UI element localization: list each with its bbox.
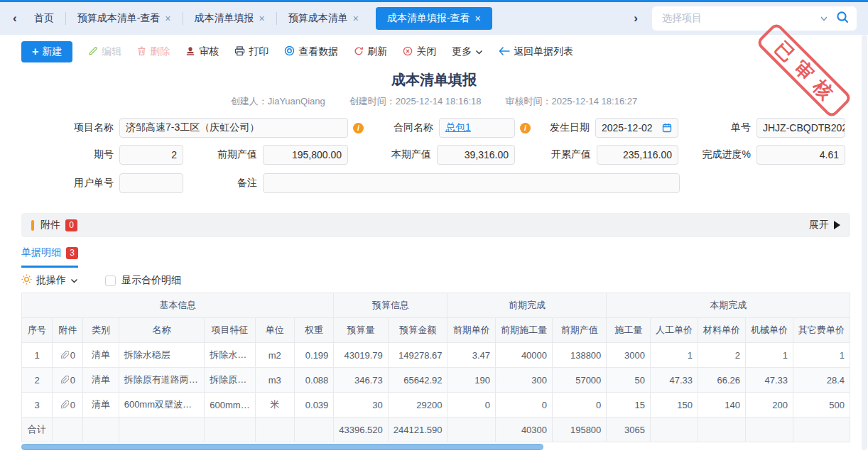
tab-1[interactable]: 预算成本清单-查看× bbox=[66, 2, 183, 35]
cell-dw: m3 bbox=[255, 368, 294, 393]
cell-qqcz: 57000 bbox=[553, 368, 607, 393]
more-button[interactable]: 更多 bbox=[452, 45, 483, 58]
delete-button[interactable]: 删除 bbox=[137, 45, 170, 58]
cell-qz: 0.199 bbox=[294, 343, 333, 368]
print-button-label: 打印 bbox=[249, 45, 268, 58]
view-data-button-label: 查看数据 bbox=[298, 45, 338, 58]
col-header-mc: 名称 bbox=[119, 318, 205, 343]
period-input[interactable]: 2 bbox=[119, 145, 183, 165]
group-header-budget: 预算信息 bbox=[334, 293, 447, 318]
cell-qqsgl: 40300 bbox=[496, 417, 553, 442]
doc-number-field: 单号 JHJZ-CBQDTB2025 bbox=[700, 118, 845, 138]
col-header-lb: 类别 bbox=[83, 318, 119, 343]
tab-close-icon[interactable]: × bbox=[475, 13, 481, 24]
cell-qz: 0.088 bbox=[294, 368, 333, 393]
attachment-count-badge: 0 bbox=[65, 219, 77, 231]
project-select[interactable]: 选择项目 bbox=[652, 6, 857, 31]
vertical-scrollbar-track[interactable] bbox=[862, 35, 867, 450]
detail-tab-label: 单据明细 bbox=[21, 246, 61, 259]
tab-label: 预算成本清单 bbox=[288, 12, 348, 25]
col-header-qqdj: 前期单价 bbox=[447, 318, 496, 343]
project-name-input[interactable]: 济邹高速7-3工区（庆虹公司） bbox=[119, 118, 348, 138]
refresh-button[interactable]: 刷新 bbox=[354, 45, 387, 58]
attachment-label: 附件 bbox=[40, 219, 60, 231]
view-data-button[interactable]: 查看数据 bbox=[284, 45, 338, 58]
cell-qqcz: 138800 bbox=[553, 343, 607, 368]
cell-qtfdj: 1 bbox=[793, 343, 850, 368]
tab-2[interactable]: 成本清单填报× bbox=[183, 2, 276, 35]
back-to-list-label: 返回单据列表 bbox=[514, 45, 573, 58]
remark-field: 备注 bbox=[181, 173, 680, 193]
close-button[interactable]: 关闭 bbox=[403, 45, 436, 58]
back-to-list-button[interactable]: 返回单据列表 bbox=[499, 45, 573, 58]
tabs-scroll-right-icon[interactable]: › bbox=[628, 11, 644, 26]
cell-qtfdj bbox=[793, 417, 850, 442]
tab-close-icon[interactable]: × bbox=[259, 13, 265, 24]
print-button[interactable]: 打印 bbox=[234, 45, 268, 58]
cell-qqdj bbox=[447, 417, 496, 442]
prev-output-input[interactable]: 195,800.00 bbox=[263, 145, 348, 165]
tab-close-icon[interactable]: × bbox=[353, 13, 359, 24]
col-header-qqcz: 前期产值 bbox=[553, 318, 607, 343]
cell-rgdj bbox=[650, 417, 698, 442]
gear-icon bbox=[21, 274, 32, 287]
audit-button[interactable]: 审核 bbox=[185, 45, 219, 58]
tab-0[interactable]: 首页 bbox=[23, 2, 65, 35]
contract-link[interactable]: 总包1 bbox=[445, 121, 471, 134]
tab-label: 预算成本清单-查看 bbox=[77, 12, 161, 25]
cell-qqsgl: 40000 bbox=[496, 343, 553, 368]
table-row-1[interactable]: 10清单拆除水稳层拆除水…m20.19943019.79149278.673.4… bbox=[22, 343, 850, 368]
total-row: 合计43396.520244121.590403001958003065 bbox=[22, 417, 850, 442]
tab-close-icon[interactable]: × bbox=[165, 13, 170, 24]
tabs-scroll-left-icon[interactable]: ‹ bbox=[7, 11, 23, 26]
col-header-qz: 权重 bbox=[294, 318, 333, 343]
table-row-3[interactable]: 30清单600mm双壁波…600mm…米0.039302920000015150… bbox=[22, 393, 850, 417]
cur-output-field: 本期产值 39,316.00 bbox=[355, 145, 515, 165]
back-arrow-icon bbox=[499, 46, 510, 58]
user-docno-input[interactable] bbox=[119, 173, 183, 193]
col-header-attach: 附件 bbox=[53, 318, 83, 343]
tab-detail-lines[interactable]: 单据明细 3 bbox=[21, 246, 78, 268]
col-header-xh: 序号 bbox=[22, 318, 53, 343]
expand-label: 展开 bbox=[809, 219, 829, 231]
horizontal-scrollbar-track[interactable] bbox=[21, 444, 850, 450]
acc-output-input[interactable]: 235,116.00 bbox=[597, 145, 678, 165]
expand-button[interactable]: 展开 bbox=[809, 219, 840, 231]
date-label: 发生日期 bbox=[515, 121, 590, 134]
chevron-down-icon[interactable] bbox=[820, 12, 828, 25]
cell-tz: 600mm… bbox=[205, 393, 255, 417]
cell-sgl: 3065 bbox=[607, 417, 651, 442]
contract-name-input[interactable]: 总包1 bbox=[439, 118, 515, 138]
period-label: 期号 bbox=[39, 148, 114, 161]
doc-number-input[interactable]: JHJZ-CBQDTB2025 bbox=[756, 118, 845, 138]
cell-qtfdj: 28.4 bbox=[793, 368, 850, 393]
show-price-detail-checkbox[interactable] bbox=[105, 275, 116, 286]
batch-operations-button[interactable]: 批操作 bbox=[21, 274, 78, 287]
group-header-basic: 基本信息 bbox=[22, 293, 334, 318]
prev-output-field: 前期产值 195,800.00 bbox=[181, 145, 348, 165]
calendar-icon[interactable] bbox=[662, 123, 672, 133]
cell-cldj bbox=[698, 417, 745, 442]
search-icon[interactable] bbox=[835, 10, 850, 27]
tab-3[interactable]: 预算成本清单× bbox=[277, 2, 370, 35]
horizontal-scrollbar-thumb[interactable] bbox=[21, 444, 543, 450]
cell-qqdj: 3.47 bbox=[447, 343, 496, 368]
cell-mc bbox=[119, 417, 205, 442]
user-docno-label: 用户单号 bbox=[39, 177, 114, 190]
attachment-panel-header[interactable]: 附件 0 展开 bbox=[21, 213, 850, 237]
cur-output-input[interactable]: 39,316.00 bbox=[437, 145, 515, 165]
table-row-2[interactable]: 20清单拆除原有道路两…拆除原…m30.088346.7365642.92190… bbox=[22, 368, 850, 393]
remark-input[interactable] bbox=[263, 173, 680, 193]
chevron-down-icon bbox=[70, 275, 78, 286]
attach-count: 0 bbox=[70, 350, 75, 361]
cell-jxdj: 200 bbox=[745, 393, 793, 417]
close-button-label: 关闭 bbox=[416, 45, 436, 58]
edit-button[interactable]: 编辑 bbox=[88, 45, 121, 58]
new-button[interactable]: + 新建 bbox=[21, 41, 72, 62]
cell-attach: 0 bbox=[53, 393, 83, 417]
progress-input[interactable]: 4.61 bbox=[756, 145, 845, 165]
cell-qqdj: 0 bbox=[447, 393, 496, 417]
col-header-qqsgl: 前期施工量 bbox=[496, 318, 553, 343]
date-input[interactable]: 2025-12-02 bbox=[595, 118, 678, 138]
tab-4[interactable]: 成本清单填报-查看× bbox=[376, 7, 492, 30]
